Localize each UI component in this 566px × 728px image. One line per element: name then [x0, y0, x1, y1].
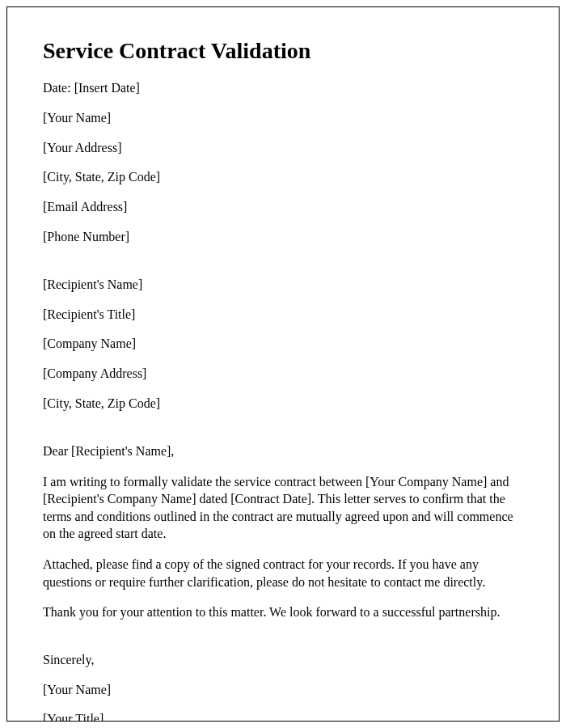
body-paragraph-2: Attached, please find a copy of the sign… [43, 556, 523, 590]
closing-name: [Your Name] [43, 682, 523, 699]
document-title: Service Contract Validation [43, 38, 523, 64]
closing-sincerely: Sincerely, [43, 652, 523, 669]
sender-date: Date: [Insert Date] [43, 80, 523, 97]
body-paragraph-3: Thank you for your attention to this mat… [43, 603, 523, 621]
recipient-company: [Company Name] [43, 336, 523, 353]
sender-name: [Your Name] [43, 110, 523, 127]
spacer [43, 425, 523, 443]
sender-citystatezip: [City, State, Zip Code] [43, 169, 523, 186]
salutation: Dear [Recipient's Name], [43, 443, 523, 460]
sender-phone: [Phone Number] [43, 229, 523, 246]
document-page: Service Contract Validation Date: [Inser… [6, 6, 560, 722]
recipient-title: [Recipient's Title] [43, 307, 523, 324]
spacer [43, 259, 523, 277]
body-paragraph-1: I am writing to formally validate the se… [43, 473, 523, 543]
spacer [43, 634, 523, 652]
recipient-name: [Recipient's Name] [43, 277, 523, 294]
recipient-citystatezip: [City, State, Zip Code] [43, 396, 523, 413]
sender-email: [Email Address] [43, 199, 523, 216]
closing-title: [Your Title] [43, 711, 523, 722]
recipient-address: [Company Address] [43, 366, 523, 383]
sender-address: [Your Address] [43, 140, 523, 157]
